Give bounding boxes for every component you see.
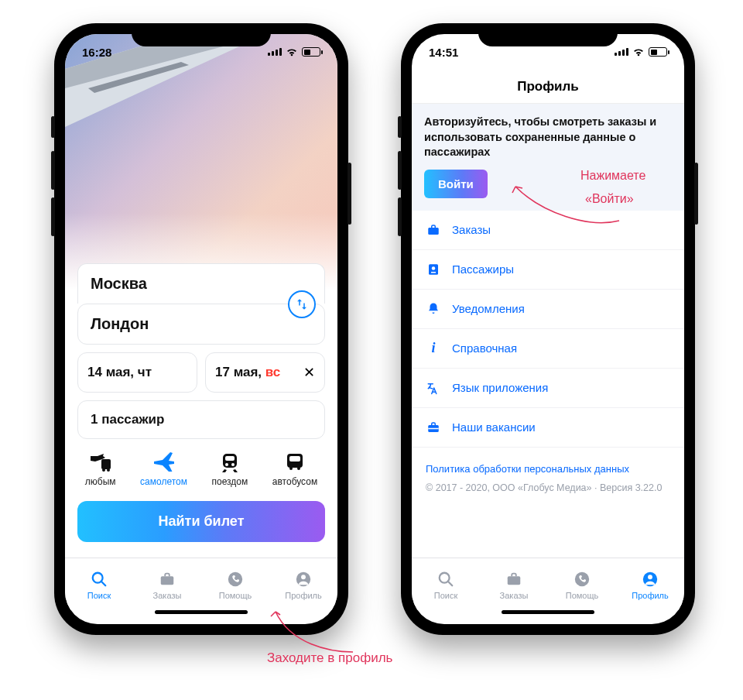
menu-notifications-label: Уведомления — [452, 302, 525, 315]
transport-plane[interactable]: самолетом — [137, 445, 190, 492]
tab-help[interactable]: Помощь — [548, 558, 616, 610]
phone-mockup-search: 16:28 Москва Лондон 14 мая, чт — [54, 23, 348, 635]
phone-notch — [132, 23, 271, 46]
menu-help-label: Справочная — [452, 341, 517, 355]
signal-icon — [615, 48, 628, 56]
svg-point-5 — [107, 468, 110, 472]
tab-search-label: Поиск — [87, 591, 111, 600]
phone-mockup-profile: 14:51 Профиль Авторизуйтесь, чтобы смотр… — [401, 23, 695, 635]
search-icon — [436, 569, 456, 589]
profile-menu: Заказы Пассажиры Уведомления i Справочна… — [412, 211, 684, 448]
profile-icon — [293, 569, 313, 589]
transport-train[interactable]: поездом — [209, 445, 252, 492]
clear-return-date-button[interactable]: ✕ — [297, 364, 315, 381]
tab-search-label: Поиск — [434, 591, 457, 600]
svg-rect-16 — [161, 576, 174, 585]
menu-help[interactable]: i Справочная — [412, 329, 684, 369]
transport-selector: любым самолетом поездом — [73, 445, 330, 492]
tab-profile-label: Профиль — [285, 591, 322, 600]
annotation-press-login-2: «Войти» — [585, 192, 634, 206]
svg-point-31 — [648, 575, 652, 579]
tab-bar: Поиск Заказы Помощь Профиль — [65, 558, 337, 610]
bus-icon — [283, 450, 306, 473]
from-city-input[interactable]: Москва — [77, 263, 325, 304]
menu-language[interactable]: Язык приложения — [412, 369, 684, 408]
page-title: Профиль — [412, 70, 684, 104]
tab-search[interactable]: Поиск — [412, 558, 480, 610]
status-time: 14:51 — [429, 46, 458, 59]
wifi-icon — [286, 47, 298, 57]
mixed-transport-icon — [89, 450, 112, 473]
menu-jobs-label: Наши вакансии — [452, 420, 536, 434]
svg-point-22 — [432, 266, 436, 270]
status-time: 16:28 — [82, 46, 111, 59]
briefcase-icon — [157, 569, 177, 589]
plane-icon — [152, 450, 176, 473]
tab-orders[interactable]: Заказы — [480, 558, 548, 610]
find-ticket-button[interactable]: Найти билет — [77, 501, 325, 542]
home-indicator — [412, 610, 684, 624]
phone-notch — [478, 23, 618, 46]
tab-bar: Поиск Заказы Помощь Профиль — [412, 558, 684, 610]
briefcase-icon — [426, 222, 441, 238]
transport-bus-label: автобусом — [272, 476, 317, 487]
tab-orders[interactable]: Заказы — [133, 558, 201, 610]
menu-passengers[interactable]: Пассажиры — [412, 250, 684, 290]
battery-icon — [649, 47, 667, 57]
login-button[interactable]: Войти — [424, 170, 488, 198]
route-input-group: Москва Лондон — [77, 263, 325, 345]
swap-icon — [295, 297, 309, 311]
tab-profile[interactable]: Профиль — [616, 558, 684, 610]
svg-line-15 — [101, 581, 106, 585]
annotation-press-login-1: Нажимаете — [580, 169, 645, 183]
legal-block: Политика обработки персональных данных ©… — [412, 448, 684, 493]
tab-help-label: Помощь — [219, 591, 252, 600]
svg-point-29 — [575, 571, 589, 585]
profile-icon — [640, 569, 660, 589]
return-date-input[interactable]: 17 мая, вс ✕ — [205, 352, 325, 393]
svg-line-27 — [448, 581, 453, 585]
train-icon — [218, 450, 241, 473]
transport-any-label: любым — [85, 476, 116, 487]
swap-button[interactable] — [288, 290, 316, 318]
privacy-policy-link[interactable]: Политика обработки персональных данных — [426, 463, 670, 475]
tab-orders-label: Заказы — [153, 591, 182, 600]
tab-profile[interactable]: Профиль — [269, 558, 337, 610]
battery-icon — [302, 47, 320, 57]
menu-orders-label: Заказы — [452, 223, 491, 236]
side-button — [694, 163, 698, 225]
passengers-input[interactable]: 1 пассажир — [77, 400, 325, 439]
to-city-input[interactable]: Лондон — [77, 304, 325, 345]
svg-point-4 — [102, 468, 105, 472]
depart-date-input[interactable]: 14 мая, чт — [77, 352, 197, 393]
menu-language-label: Язык приложения — [452, 381, 548, 394]
transport-train-label: поездом — [212, 476, 248, 487]
menu-notifications[interactable]: Уведомления — [412, 290, 684, 329]
hero-image — [65, 34, 337, 290]
side-button — [348, 163, 351, 225]
phone-icon — [225, 569, 245, 589]
annotation-goto-profile: Заходите в профиль — [267, 650, 392, 666]
auth-banner-text: Авторизуйтесь, чтобы смотреть заказы и и… — [424, 115, 672, 160]
side-button — [398, 116, 402, 138]
svg-rect-3 — [101, 459, 111, 469]
svg-rect-7 — [225, 456, 235, 461]
info-icon: i — [426, 341, 441, 356]
side-button — [398, 151, 402, 190]
svg-rect-11 — [289, 456, 300, 462]
transport-bus[interactable]: автобусом — [269, 445, 320, 492]
suitcase-icon — [426, 420, 441, 435]
tab-help-label: Помощь — [566, 591, 599, 600]
tab-help[interactable]: Помощь — [201, 558, 269, 610]
signal-icon — [268, 48, 282, 56]
tab-orders-label: Заказы — [500, 591, 529, 600]
passport-icon — [426, 262, 441, 277]
screen-profile: 14:51 Профиль Авторизуйтесь, чтобы смотр… — [412, 34, 684, 624]
transport-any[interactable]: любым — [82, 445, 119, 492]
svg-rect-25 — [428, 427, 439, 429]
svg-rect-20 — [428, 228, 439, 235]
tab-search[interactable]: Поиск — [65, 558, 133, 610]
menu-jobs[interactable]: Наши вакансии — [412, 408, 684, 448]
svg-point-19 — [301, 575, 306, 579]
search-icon — [89, 569, 109, 589]
